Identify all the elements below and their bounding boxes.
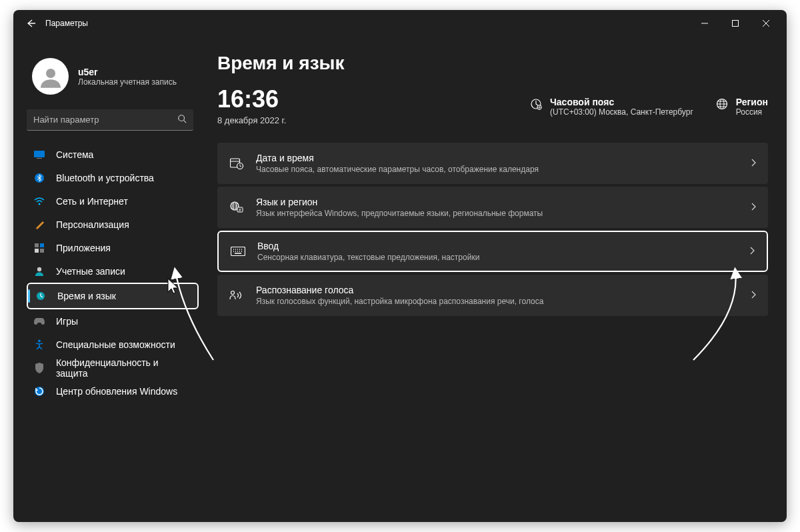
svg-rect-3	[34, 151, 45, 157]
svg-rect-0	[733, 21, 739, 27]
nav-label: Учетные записи	[56, 266, 125, 277]
region-label: Регион	[736, 97, 768, 107]
minimize-button[interactable]	[689, 13, 720, 34]
search-input[interactable]	[33, 115, 177, 125]
avatar	[32, 58, 69, 95]
nav-personalization[interactable]: Персонализация	[27, 213, 199, 236]
card-typing[interactable]: Ввод Сенсорная клавиатура, текстовые пре…	[217, 231, 768, 272]
bluetooth-icon	[33, 172, 45, 184]
hero-right: Часовой пояс (UTC+03:00) Москва, Санкт-П…	[530, 97, 768, 117]
nav-privacy[interactable]: Конфиденциальность и защита	[27, 356, 199, 379]
speech-icon	[229, 290, 244, 301]
nav-bluetooth[interactable]: Bluetooth и устройства	[27, 166, 199, 189]
user-name: u5er	[78, 67, 177, 77]
chevron-right-icon	[751, 159, 756, 169]
svg-rect-23	[237, 207, 243, 212]
account-icon	[33, 265, 45, 277]
chevron-right-icon	[749, 247, 755, 257]
timezone-icon	[530, 98, 542, 113]
timezone-value: (UTC+03:00) Москва, Санкт-Петербург	[550, 107, 693, 117]
maximize-icon	[732, 20, 739, 27]
globe-icon	[716, 98, 728, 113]
window-title: Параметры	[45, 19, 88, 28]
nav-label: Время и язык	[57, 291, 116, 301]
nav-system[interactable]: Система	[27, 143, 199, 166]
card-language-region[interactable]: Язык и регион Язык интерфейса Windows, п…	[217, 187, 768, 228]
card-speech[interactable]: Распознавание голоса Язык голосовых функ…	[217, 275, 768, 316]
language-globe-icon	[229, 201, 244, 213]
keyboard-icon	[231, 247, 245, 256]
shield-icon	[33, 362, 45, 374]
titlebar: Параметры	[13, 10, 787, 37]
hero-row: 16:36 8 декабря 2022 г. Часовой пояс (UT…	[217, 87, 768, 125]
paintbrush-icon	[33, 219, 45, 231]
nav-label: Bluetooth и устройства	[56, 173, 154, 183]
timezone-info[interactable]: Часовой пояс (UTC+03:00) Москва, Санкт-П…	[530, 97, 693, 117]
svg-point-1	[46, 69, 55, 78]
clock-globe-icon	[35, 290, 47, 302]
card-sub: Часовые пояса, автоматические параметры …	[256, 165, 739, 174]
card-title: Язык и регион	[256, 197, 739, 207]
nav-apps[interactable]: Приложения	[27, 236, 199, 259]
nav-list: Система Bluetooth и устройства Сеть и Ин…	[27, 143, 199, 403]
svg-point-25	[231, 291, 235, 295]
accessibility-icon	[33, 339, 45, 351]
chevron-right-icon	[751, 203, 756, 213]
card-title: Распознавание голоса	[256, 285, 739, 295]
card-list: Дата и время Часовые пояса, автоматическ…	[217, 143, 768, 316]
svg-point-2	[179, 115, 185, 121]
card-sub: Язык голосовых функций, настройка микроф…	[256, 297, 739, 306]
window-controls	[689, 13, 781, 34]
nav-label: Сеть и Интернет	[56, 196, 128, 207]
nav-label: Конфиденциальность и защита	[56, 357, 192, 379]
nav-windows-update[interactable]: Центр обновления Windows	[27, 379, 199, 403]
maximize-button[interactable]	[720, 13, 751, 34]
nav-gaming[interactable]: Игры	[27, 309, 199, 333]
back-arrow-icon	[25, 18, 36, 29]
user-subtitle: Локальная учетная запись	[78, 77, 177, 87]
nav-label: Приложения	[56, 243, 111, 253]
card-sub: Сенсорная клавиатура, текстовые предложе…	[257, 253, 737, 262]
gamepad-icon	[33, 315, 45, 327]
search-box[interactable]	[27, 109, 193, 131]
svg-rect-8	[40, 243, 44, 247]
main-panel: Время и язык 16:36 8 декабря 2022 г. Час…	[207, 37, 787, 522]
chevron-right-icon	[751, 291, 756, 301]
nav-label: Система	[56, 149, 93, 160]
nav-label: Центр обновления Windows	[56, 386, 177, 397]
card-sub: Язык интерфейса Windows, предпочитаемые …	[256, 209, 739, 218]
svg-rect-7	[35, 243, 39, 247]
svg-point-11	[37, 267, 41, 271]
card-title: Дата и время	[256, 153, 739, 163]
nav-label: Специальные возможности	[56, 339, 175, 350]
card-date-time[interactable]: Дата и время Часовые пояса, автоматическ…	[217, 143, 768, 184]
search-icon	[177, 114, 187, 125]
apps-icon	[33, 242, 45, 254]
close-button[interactable]	[751, 13, 781, 34]
svg-rect-4	[37, 158, 42, 159]
svg-point-13	[38, 339, 41, 342]
nav-accessibility[interactable]: Специальные возможности	[27, 333, 199, 356]
svg-rect-10	[40, 249, 44, 253]
nav-label: Игры	[56, 316, 78, 327]
close-icon	[763, 20, 769, 27]
svg-rect-9	[35, 249, 39, 253]
timezone-label: Часовой пояс	[550, 97, 693, 107]
user-profile[interactable]: u5er Локальная учетная запись	[32, 58, 199, 95]
clock-block: 16:36 8 декабря 2022 г.	[217, 87, 286, 125]
nav-label: Персонализация	[56, 219, 129, 230]
update-icon	[33, 385, 45, 397]
page-title: Время и язык	[217, 53, 768, 74]
calendar-clock-icon	[229, 157, 244, 169]
user-avatar-icon	[37, 63, 64, 90]
back-button[interactable]	[19, 11, 43, 35]
cursor-pointer-icon	[167, 277, 180, 297]
content-area: u5er Локальная учетная запись Система Bl…	[13, 37, 787, 522]
settings-window: Параметры u5er	[13, 10, 787, 522]
region-info[interactable]: Регион Россия	[716, 97, 768, 117]
nav-network[interactable]: Сеть и Интернет	[27, 189, 199, 213]
system-icon	[33, 149, 45, 161]
minimize-icon	[701, 20, 708, 27]
svg-point-6	[39, 203, 41, 205]
clock-date: 8 декабря 2022 г.	[217, 115, 286, 125]
